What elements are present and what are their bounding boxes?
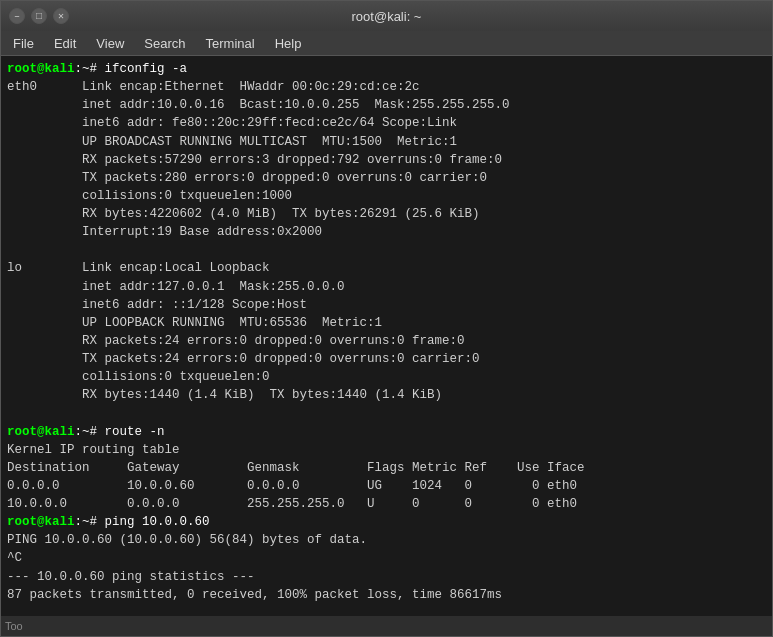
terminal-line: collisions:0 txqueuelen:1000 [7, 187, 766, 205]
minimize-icon: – [14, 11, 20, 22]
minimize-button[interactable]: – [9, 8, 25, 24]
terminal-line: eth0 Link encap:Ethernet HWaddr 00:0c:29… [7, 78, 766, 96]
close-icon: ✕ [58, 10, 64, 22]
terminal-line: inet addr:127.0.0.1 Mask:255.0.0.0 [7, 278, 766, 296]
menu-help[interactable]: Help [267, 34, 310, 53]
terminal-line: lo Link encap:Local Loopback [7, 259, 766, 277]
menubar: File Edit View Search Terminal Help [1, 31, 772, 56]
titlebar: – □ ✕ root@kali: ~ [1, 1, 772, 31]
terminal-line: root@kali:~# ifconfig -a [7, 60, 766, 78]
terminal-content[interactable]: root@kali:~# ifconfig -a eth0 Link encap… [1, 56, 772, 616]
terminal-line: TX packets:280 errors:0 dropped:0 overru… [7, 169, 766, 187]
menu-file[interactable]: File [5, 34, 42, 53]
maximize-button[interactable]: □ [31, 8, 47, 24]
menu-terminal[interactable]: Terminal [198, 34, 263, 53]
terminal-window: – □ ✕ root@kali: ~ File Edit View Search… [0, 0, 773, 637]
terminal-line: inet6 addr: fe80::20c:29ff:fecd:ce2c/64 … [7, 114, 766, 132]
close-button[interactable]: ✕ [53, 8, 69, 24]
terminal-line: collisions:0 txqueuelen:0 [7, 368, 766, 386]
terminal-line: 0.0.0.0 10.0.0.60 0.0.0.0 UG 1024 0 0 et… [7, 477, 766, 495]
terminal-line: root@kali:~# ping 10.0.0.60 [7, 513, 766, 531]
terminal-line: RX packets:24 errors:0 dropped:0 overrun… [7, 332, 766, 350]
terminal-line: RX packets:57290 errors:3 dropped:792 ov… [7, 151, 766, 169]
terminal-line: inet addr:10.0.0.16 Bcast:10.0.0.255 Mas… [7, 96, 766, 114]
terminal-line [7, 604, 766, 616]
window-title: root@kali: ~ [352, 9, 422, 24]
terminal-line: UP LOOPBACK RUNNING MTU:65536 Metric:1 [7, 314, 766, 332]
terminal-line: RX bytes:1440 (1.4 KiB) TX bytes:1440 (1… [7, 386, 766, 404]
terminal-line [7, 241, 766, 259]
terminal-line: 10.0.0.0 0.0.0.0 255.255.255.0 U 0 0 0 e… [7, 495, 766, 513]
terminal-line: 87 packets transmitted, 0 received, 100%… [7, 586, 766, 604]
terminal-line: RX bytes:4220602 (4.0 MiB) TX bytes:2629… [7, 205, 766, 223]
window-controls: – □ ✕ [9, 8, 69, 24]
terminal-line: Interrupt:19 Base address:0x2000 [7, 223, 766, 241]
terminal-line: inet6 addr: ::1/128 Scope:Host [7, 296, 766, 314]
terminal-line: UP BROADCAST RUNNING MULTICAST MTU:1500 … [7, 133, 766, 151]
terminal-line: Destination Gateway Genmask Flags Metric… [7, 459, 766, 477]
terminal-line [7, 404, 766, 422]
statusbar: Too [1, 616, 772, 636]
menu-edit[interactable]: Edit [46, 34, 84, 53]
statusbar-text: Too [5, 620, 23, 632]
menu-search[interactable]: Search [136, 34, 193, 53]
terminal-line: PING 10.0.0.60 (10.0.0.60) 56(84) bytes … [7, 531, 766, 549]
terminal-line: ^C [7, 549, 766, 567]
menu-view[interactable]: View [88, 34, 132, 53]
terminal-line: --- 10.0.0.60 ping statistics --- [7, 568, 766, 586]
terminal-line: TX packets:24 errors:0 dropped:0 overrun… [7, 350, 766, 368]
maximize-icon: □ [36, 11, 42, 22]
terminal-line: root@kali:~# route -n [7, 423, 766, 441]
terminal-line: Kernel IP routing table [7, 441, 766, 459]
